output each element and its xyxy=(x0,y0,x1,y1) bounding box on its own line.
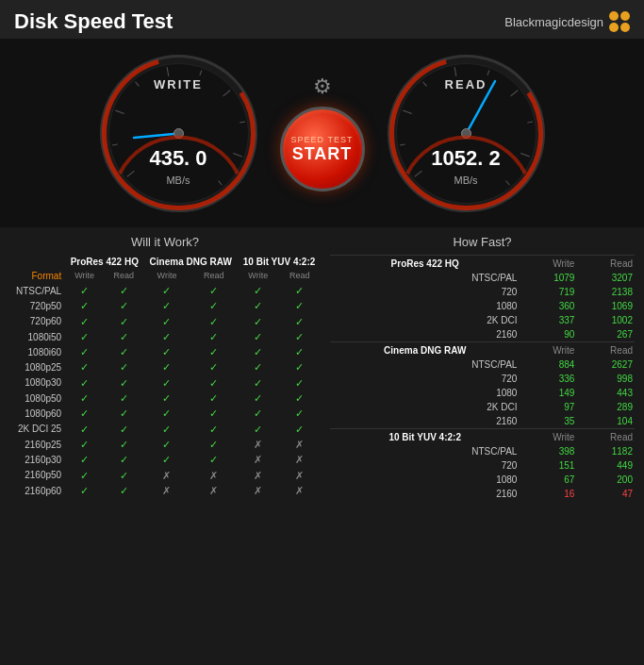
cross-icon: ✗ xyxy=(295,439,304,450)
data-row: 10803601069 xyxy=(330,299,635,313)
data-row: 108067200 xyxy=(330,473,635,487)
check-cell: ✓ xyxy=(190,391,238,406)
check-cell: ✓ xyxy=(143,314,190,329)
read-value: 267 xyxy=(576,327,635,342)
format-cell: 2160 xyxy=(330,327,520,342)
check-cell: ✓ xyxy=(238,406,278,421)
read-value: 104 xyxy=(576,414,635,429)
read-value: 2138 xyxy=(576,285,635,299)
checkmark-icon: ✓ xyxy=(80,377,89,389)
check-cell: ✓ xyxy=(65,437,104,452)
check-cell: ✓ xyxy=(65,283,104,298)
group-header-row: ProRes 422 HQWriteRead xyxy=(330,256,635,272)
check-cell: ✓ xyxy=(190,283,238,298)
check-cell: ✓ xyxy=(65,359,104,374)
check-cell: ✓ xyxy=(65,406,104,421)
checkmark-icon: ✓ xyxy=(80,470,89,481)
check-cell: ✓ xyxy=(104,344,143,359)
check-cell: ✓ xyxy=(190,359,238,374)
check-cell: ✓ xyxy=(65,483,104,498)
check-cell: ✗ xyxy=(238,452,278,467)
checkmark-icon: ✓ xyxy=(254,316,262,327)
check-cell: ✓ xyxy=(104,298,143,313)
write-value: 1079 xyxy=(520,271,576,285)
format-cell: 1080 xyxy=(330,473,520,487)
checkmark-icon: ✓ xyxy=(162,392,171,404)
read-value: 1182 xyxy=(576,444,635,458)
table-row: 720p50✓✓✓✓✓✓ xyxy=(9,298,321,313)
checkmark-icon: ✓ xyxy=(162,346,171,357)
check-cell: ✓ xyxy=(104,422,143,437)
write-gauge-number: 435. 0 xyxy=(149,146,206,171)
data-row: 216035104 xyxy=(330,414,635,429)
checkmark-icon: ✓ xyxy=(120,439,128,450)
format-cell: 1080i50 xyxy=(9,329,65,344)
format-cell: 2160p30 xyxy=(9,452,65,467)
check-cell: ✓ xyxy=(238,298,278,313)
check-cell: ✓ xyxy=(238,344,278,359)
checkmark-icon: ✓ xyxy=(120,407,128,419)
checkmark-icon: ✓ xyxy=(209,454,218,465)
checkmark-icon: ✓ xyxy=(120,285,128,296)
read-gauge-svg xyxy=(384,51,549,216)
data-row: NTSC/PAL10793207 xyxy=(330,271,635,285)
brand-dot-3 xyxy=(609,23,619,32)
table-row: 1080i50✓✓✓✓✓✓ xyxy=(9,329,321,344)
checkmark-icon: ✓ xyxy=(254,285,262,296)
check-cell: ✓ xyxy=(278,298,321,313)
checkmark-icon: ✓ xyxy=(80,346,89,357)
table-row: 1080p30✓✓✓✓✓✓ xyxy=(9,375,321,391)
check-cell: ✓ xyxy=(104,314,143,329)
check-cell: ✗ xyxy=(238,437,278,452)
checkmark-icon: ✓ xyxy=(295,424,304,435)
write-gauge-unit: MB/s xyxy=(166,175,190,186)
write-gauge-value: 435. 0 MB/s xyxy=(149,146,206,188)
checkmark-icon: ✓ xyxy=(120,331,128,342)
check-cell: ✓ xyxy=(104,375,143,391)
check-cell: ✓ xyxy=(143,329,190,344)
start-button[interactable]: SPEED TEST START xyxy=(280,107,365,191)
checkmark-icon: ✓ xyxy=(80,285,89,296)
checkmark-icon: ✓ xyxy=(120,454,128,465)
check-cell: ✓ xyxy=(278,359,321,374)
data-row: 216090267 xyxy=(330,327,635,342)
check-cell: ✗ xyxy=(143,468,190,483)
check-cell: ✓ xyxy=(104,359,143,374)
table-row: 2160p30✓✓✓✓✗✗ xyxy=(9,452,321,467)
checkmark-icon: ✓ xyxy=(80,439,89,450)
group-header-row: Cinema DNG RAWWriteRead xyxy=(330,342,635,358)
format-cell: 720 xyxy=(330,372,520,386)
checkmark-icon: ✓ xyxy=(209,316,218,327)
cross-icon: ✗ xyxy=(254,454,262,465)
checkmark-icon: ✓ xyxy=(209,392,218,404)
check-cell: ✓ xyxy=(143,391,190,406)
format-cell: 1080p60 xyxy=(9,406,65,421)
cross-icon: ✗ xyxy=(254,439,262,450)
check-cell: ✓ xyxy=(143,359,190,374)
write-value: 97 xyxy=(520,400,576,414)
checkmark-icon: ✓ xyxy=(80,454,89,465)
checkmark-icon: ✓ xyxy=(162,285,171,296)
read-value: 289 xyxy=(576,400,635,414)
checkmark-icon: ✓ xyxy=(295,300,304,311)
read-gauge-value: 1052. 2 MB/s xyxy=(431,146,500,188)
app-header: Disk Speed Test Blackmagicdesign xyxy=(0,0,644,39)
table-row: 1080p50✓✓✓✓✓✓ xyxy=(9,391,321,406)
check-cell: ✓ xyxy=(65,468,104,483)
checkmark-icon: ✓ xyxy=(80,392,89,404)
checkmark-icon: ✓ xyxy=(80,300,89,311)
check-cell: ✓ xyxy=(238,422,278,437)
check-cell: ✓ xyxy=(278,329,321,344)
format-cell: 1080p50 xyxy=(9,391,65,406)
check-cell: ✓ xyxy=(190,375,238,391)
check-cell: ✓ xyxy=(104,437,143,452)
check-cell: ✗ xyxy=(143,483,190,498)
check-cell: ✓ xyxy=(278,344,321,359)
brand-dot-1 xyxy=(609,11,619,21)
checkmark-icon: ✓ xyxy=(162,439,171,450)
checkmark-icon: ✓ xyxy=(295,407,304,419)
dng-header: Cinema DNG RAW xyxy=(143,255,238,269)
check-cell: ✓ xyxy=(238,283,278,298)
check-cell: ✓ xyxy=(143,437,190,452)
check-cell: ✓ xyxy=(65,314,104,329)
